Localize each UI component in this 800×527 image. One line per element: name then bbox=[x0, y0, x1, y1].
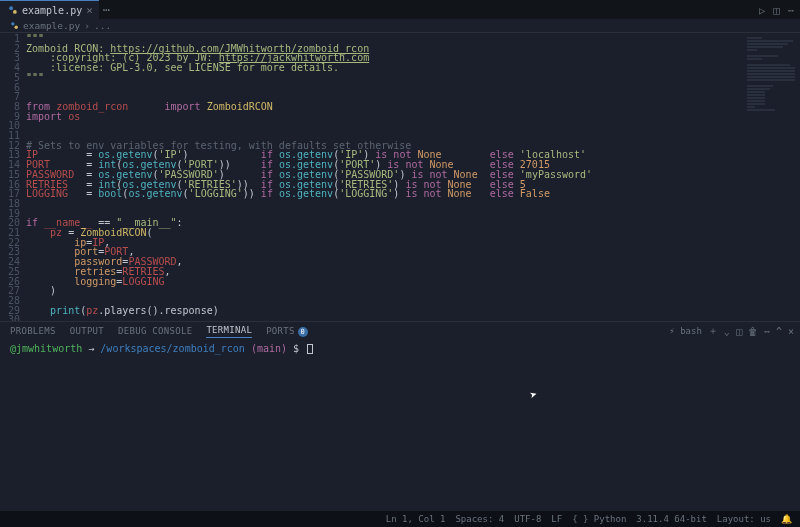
prompt-dollar: $ bbox=[293, 343, 299, 354]
svg-point-3 bbox=[15, 26, 18, 29]
terminal-cursor bbox=[307, 344, 313, 354]
status-layout[interactable]: Layout: us bbox=[717, 514, 771, 524]
prompt-user: @jmwhitworth bbox=[10, 343, 82, 354]
editor-area: 1234567891011121314151617181920212223242… bbox=[0, 33, 800, 321]
status-language[interactable]: { } Python bbox=[572, 514, 626, 524]
status-indentation[interactable]: Spaces: 4 bbox=[455, 514, 504, 524]
breadcrumb[interactable]: example.py › ... bbox=[0, 19, 800, 33]
ports-count-badge: 0 bbox=[298, 327, 308, 337]
tab-bar: example.py × ⋯ ▷ ◫ ⋯ bbox=[0, 0, 800, 19]
prompt-branch: (main) bbox=[251, 343, 287, 354]
tab-filename: example.py bbox=[22, 5, 82, 16]
kill-terminal-icon[interactable]: 🗑 bbox=[748, 326, 758, 337]
breadcrumb-more: ... bbox=[94, 20, 111, 31]
terminal-overflow-icon[interactable]: ⋯ bbox=[764, 326, 770, 337]
status-bar: Ln 1, Col 1 Spaces: 4 UTF-8 LF { } Pytho… bbox=[0, 511, 800, 527]
panel-tab-bar: PROBLEMS OUTPUT DEBUG CONSOLE TERMINAL P… bbox=[0, 322, 800, 340]
close-tab-icon[interactable]: × bbox=[86, 4, 93, 17]
panel-tab-ports[interactable]: PORTS0 bbox=[266, 326, 308, 337]
status-cursor-position[interactable]: Ln 1, Col 1 bbox=[386, 514, 446, 524]
prompt-path: /workspaces/zomboid_rcon bbox=[100, 343, 245, 354]
run-file-icon[interactable]: ▷ bbox=[759, 4, 765, 16]
terminal-shell-label[interactable]: ⚡ bash bbox=[669, 326, 702, 336]
panel-tab-problems[interactable]: PROBLEMS bbox=[10, 326, 56, 336]
python-file-icon bbox=[10, 21, 19, 30]
notifications-icon[interactable]: 🔔 bbox=[781, 514, 792, 524]
split-terminal-icon[interactable]: ◫ bbox=[736, 326, 742, 337]
tab-overflow-button[interactable]: ⋯ bbox=[103, 3, 112, 17]
status-python-interpreter[interactable]: 3.11.4 64-bit bbox=[636, 514, 706, 524]
run-controls: ▷ ◫ ⋯ bbox=[759, 4, 794, 16]
maximize-panel-icon[interactable]: ^ bbox=[776, 326, 782, 337]
svg-point-0 bbox=[9, 6, 13, 10]
terminal-dropdown-icon[interactable]: ⌄ bbox=[724, 326, 730, 337]
code-editor[interactable]: """ Zomboid RCON: https://github.com/JMW… bbox=[26, 33, 745, 321]
split-editor-icon[interactable]: ◫ bbox=[773, 4, 779, 16]
more-actions-icon[interactable]: ⋯ bbox=[788, 4, 794, 16]
panel-tab-debug-console[interactable]: DEBUG CONSOLE bbox=[118, 326, 192, 336]
line-number-gutter: 1234567891011121314151617181920212223242… bbox=[0, 33, 26, 321]
status-eol[interactable]: LF bbox=[551, 514, 562, 524]
panel-tab-output[interactable]: OUTPUT bbox=[70, 326, 104, 336]
terminal[interactable]: @jmwhitworth → /workspaces/zomboid_rcon … bbox=[0, 340, 800, 511]
panel-tab-terminal[interactable]: TERMINAL bbox=[206, 325, 252, 338]
chevron-right-icon: › bbox=[84, 20, 90, 31]
python-file-icon bbox=[8, 5, 18, 15]
minimap[interactable] bbox=[745, 33, 800, 321]
new-terminal-icon[interactable]: ＋ bbox=[708, 324, 718, 338]
status-encoding[interactable]: UTF-8 bbox=[514, 514, 541, 524]
mouse-cursor-icon: ➤ bbox=[528, 387, 539, 402]
editor-tab-example[interactable]: example.py × bbox=[0, 0, 99, 19]
close-panel-icon[interactable]: × bbox=[788, 326, 794, 337]
breadcrumb-file: example.py bbox=[23, 20, 80, 31]
panel: PROBLEMS OUTPUT DEBUG CONSOLE TERMINAL P… bbox=[0, 321, 800, 511]
svg-point-1 bbox=[13, 10, 17, 14]
svg-point-2 bbox=[11, 22, 14, 25]
